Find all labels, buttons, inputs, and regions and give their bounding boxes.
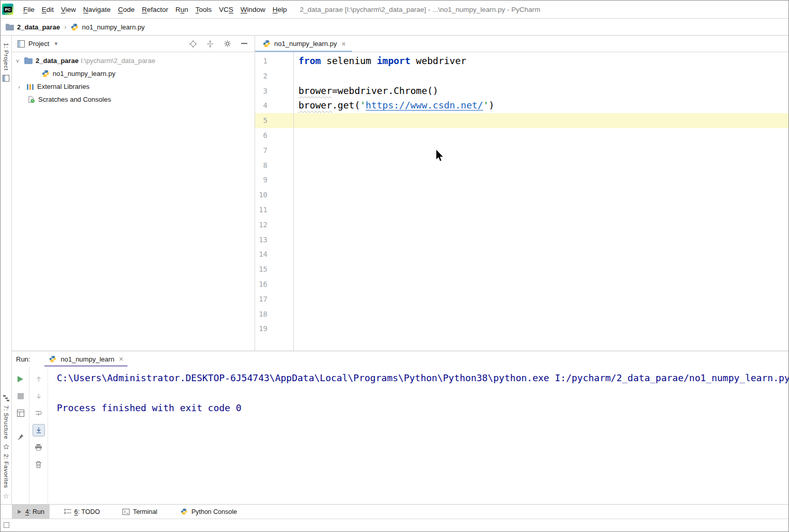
- favorites-tool-icon[interactable]: [3, 444, 9, 450]
- menu-refactor[interactable]: Refactor: [138, 6, 172, 13]
- restore-layout-button[interactable]: [14, 407, 27, 419]
- editor-body[interactable]: 12345678910111213141516171819 from selen…: [255, 52, 788, 351]
- collapse-all-icon[interactable]: [206, 40, 214, 48]
- code-token: brower: [298, 85, 332, 96]
- code-line[interactable]: [298, 307, 788, 322]
- project-tree: ˅ 2_data_paraeI:\pycharm\2_data_parae no…: [12, 52, 255, 106]
- code-line[interactable]: [298, 292, 788, 307]
- menu-edit[interactable]: Edit: [38, 6, 57, 13]
- code-line[interactable]: [298, 128, 788, 143]
- down-stacktrace-button[interactable]: [33, 390, 45, 402]
- code-token: import: [377, 55, 411, 66]
- tool-button-todo[interactable]: 6: TODO: [59, 505, 105, 519]
- python-file-icon: [71, 23, 79, 31]
- code-line[interactable]: [298, 187, 788, 202]
- chevron-expanded-icon[interactable]: ˅: [14, 58, 21, 64]
- status-bar: [1, 519, 788, 531]
- stop-button[interactable]: [14, 390, 27, 402]
- project-folder-icon: [24, 57, 33, 65]
- star-icon[interactable]: ☆: [3, 492, 9, 500]
- editor-tab[interactable]: no1_numpy_learn.py ×: [255, 36, 352, 52]
- code-line[interactable]: [298, 232, 788, 247]
- soft-wrap-button[interactable]: [33, 407, 45, 419]
- terminal-icon: [122, 509, 130, 515]
- clear-console-button[interactable]: [33, 458, 45, 471]
- code-line[interactable]: from selenium import webdriver: [298, 54, 788, 69]
- menu-window[interactable]: Window: [237, 6, 269, 13]
- menu-help[interactable]: Help: [269, 6, 291, 13]
- breadcrumb-file[interactable]: no1_numpy_learn.py: [82, 23, 145, 31]
- editor-tab-label: no1_numpy_learn.py: [274, 40, 337, 48]
- code-line[interactable]: [298, 158, 788, 173]
- code-token: ): [488, 100, 494, 111]
- up-stacktrace-button[interactable]: [33, 373, 45, 385]
- line-number: 7: [255, 143, 293, 158]
- line-number: 13: [255, 232, 293, 247]
- tool-button-python-console[interactable]: Python Console: [175, 505, 242, 519]
- toolwindow-toggle-icon[interactable]: [4, 522, 9, 528]
- pin-tab-button[interactable]: [14, 431, 27, 443]
- code-line[interactable]: [298, 262, 788, 277]
- menu-navigate[interactable]: Navigate: [80, 6, 114, 13]
- bottom-tool-bar: 4: Run 6: TODO Terminal Python Console: [1, 504, 788, 519]
- run-header: Run: no1_numpy_learn ×: [12, 351, 788, 367]
- structure-tool-icon[interactable]: [3, 395, 9, 401]
- chevron-right-icon: ›: [64, 23, 67, 31]
- code-line[interactable]: [298, 69, 788, 84]
- settings-gear-icon[interactable]: [223, 40, 231, 48]
- code-line[interactable]: [298, 321, 788, 336]
- code-token: .get(: [332, 100, 360, 111]
- run-tab[interactable]: no1_numpy_learn ×: [44, 351, 127, 367]
- chevron-collapsed-icon[interactable]: ›: [15, 84, 23, 90]
- menu-code[interactable]: Code: [114, 6, 138, 13]
- run-console-output[interactable]: C:\Users\Administrator.DESKTOP-6J54743\A…: [48, 367, 788, 504]
- tree-row-scratches[interactable]: Scratches and Consoles: [12, 93, 255, 106]
- code-token: ': [360, 100, 366, 111]
- print-button[interactable]: [33, 441, 45, 453]
- tool-button-terminal[interactable]: Terminal: [117, 505, 162, 519]
- tree-row-project-root[interactable]: ˅ 2_data_paraeI:\pycharm\2_data_parae: [12, 54, 255, 67]
- editor-tab-bar: no1_numpy_learn.py ×: [255, 36, 788, 52]
- tree-row-external-libraries[interactable]: › External Libraries: [12, 80, 255, 93]
- scratches-icon: [27, 96, 35, 104]
- breadcrumb-project[interactable]: 2_data_parae: [17, 23, 60, 31]
- code-line[interactable]: [298, 277, 788, 292]
- menu-file[interactable]: File: [20, 6, 38, 13]
- window-title: 2_data_parae [I:\pycharm\2_data_parae] -…: [300, 6, 541, 13]
- menu-view[interactable]: View: [57, 6, 80, 13]
- code-line[interactable]: [298, 202, 788, 217]
- close-run-tab-icon[interactable]: ×: [119, 355, 123, 363]
- project-tool-icon[interactable]: [3, 75, 9, 82]
- project-panel-title[interactable]: Project: [28, 40, 49, 48]
- line-number: 15: [255, 262, 293, 277]
- code-token: https://www.csdn.net/: [366, 100, 483, 111]
- menu-run[interactable]: Run: [172, 6, 192, 13]
- code-line[interactable]: brower.get('https://www.csdn.net/'): [298, 98, 788, 113]
- code-line[interactable]: [298, 247, 788, 262]
- tool-button-run[interactable]: 4: Run: [12, 505, 50, 519]
- tool-button-structure[interactable]: 7: Structure: [3, 405, 9, 439]
- scroll-to-end-button[interactable]: [33, 424, 45, 436]
- code-line[interactable]: [298, 113, 788, 128]
- line-number: 3: [255, 84, 293, 99]
- line-number: 14: [255, 247, 293, 262]
- pycharm-logo-icon: PC: [2, 4, 13, 15]
- code-line[interactable]: [298, 173, 788, 187]
- project-panel: Project ▾: [12, 36, 255, 351]
- menu-tools[interactable]: Tools: [192, 6, 215, 13]
- menu-vcs[interactable]: VCS: [215, 6, 237, 13]
- code-line[interactable]: brower=webdriver.Chrome(): [298, 84, 788, 99]
- hide-panel-icon[interactable]: [240, 40, 248, 48]
- code-area[interactable]: from selenium import webdriverbrower=web…: [294, 52, 788, 351]
- console-line: Process finished with exit code 0: [57, 401, 788, 416]
- close-tab-icon[interactable]: ×: [341, 40, 345, 48]
- tool-button-project[interactable]: 1: Project: [3, 43, 9, 71]
- rerun-button[interactable]: [14, 373, 27, 385]
- chevron-down-icon[interactable]: ▾: [52, 40, 59, 47]
- project-view-icon: [17, 40, 25, 48]
- tool-button-favorites[interactable]: 2: Favorites: [3, 454, 9, 488]
- code-line[interactable]: [298, 217, 788, 232]
- tree-row-python-file[interactable]: no1_numpy_learn.py: [12, 67, 255, 80]
- locate-file-icon[interactable]: [189, 40, 197, 48]
- code-line[interactable]: [298, 143, 788, 158]
